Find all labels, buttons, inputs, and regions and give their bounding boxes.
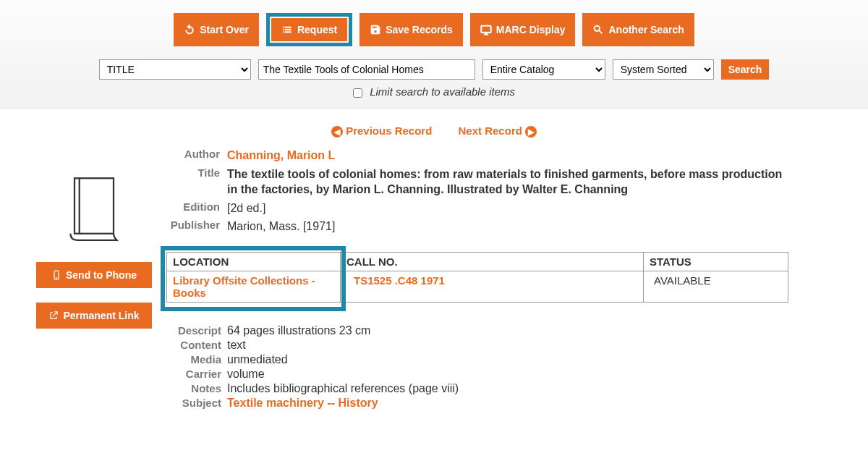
edition-label: Edition [166,200,227,216]
content-value: text [227,339,246,352]
request-button[interactable]: Request [271,18,347,41]
undo-icon [184,24,195,35]
toolbar-buttons: Start Over Request Save Records MARC Dis… [174,13,694,46]
chevron-right-icon: ▶ [525,126,537,138]
request-label: Request [297,24,337,35]
book-placeholder-icon [69,177,119,242]
chevron-left-icon: ◀ [331,126,343,138]
record-nav: ◀ Previous Record Next Record ▶ [0,109,868,148]
save-records-label: Save Records [386,24,453,35]
col-callno: CALL NO. [341,253,644,271]
record-edition: [2d ed.] [227,200,265,216]
holdings-table: LOCATION CALL NO. STATUS Library Offsite… [166,252,788,303]
media-value: unmediated [227,353,288,366]
limit-available-label: Limit search to available items [370,85,515,98]
media-label: Media [166,353,227,366]
record-publisher: Marion, Mass. [1971] [227,219,335,234]
search-icon [592,24,604,35]
limit-available-checkbox[interactable] [353,88,362,98]
another-search-label: Another Search [608,24,684,35]
col-status: STATUS [644,253,788,271]
start-over-button[interactable]: Start Over [174,13,259,46]
holdings-section: LOCATION CALL NO. STATUS Library Offsite… [166,252,788,303]
phone-icon [51,270,61,280]
send-to-phone-button[interactable]: Send to Phone [36,262,152,288]
record-detail: Author Channing, Marion L Title The text… [166,148,788,411]
record-title: The textile tools of colonial homes: fro… [227,166,788,198]
subject-label: Subject [166,397,227,410]
callno-link[interactable]: TS1525 .C48 1971 [346,274,445,287]
col-location: LOCATION [167,253,341,271]
content-label: Content [166,339,227,352]
description-block: Descript64 pages illustrations 23 cm Con… [166,324,788,410]
table-header-row: LOCATION CALL NO. STATUS [167,253,788,271]
next-record-link[interactable]: Next Record ▶ [459,124,537,137]
location-link[interactable]: Library Offsite Collections - Books [173,274,315,299]
list-icon [281,24,293,35]
svg-rect-0 [75,178,114,234]
search-button[interactable]: Search [721,59,770,80]
notes-label: Notes [166,382,227,395]
carrier-label: Carrier [166,368,227,381]
carrier-value: volume [227,368,265,381]
marc-display-label: MARC Display [496,24,566,35]
send-to-phone-label: Send to Phone [66,269,137,281]
main: Send to Phone Permanent Link Author Chan… [0,148,868,440]
marc-display-button[interactable]: MARC Display [470,13,576,46]
search-row: TITLE Entire Catalog System Sorted Searc… [0,59,868,80]
permanent-link-button[interactable]: Permanent Link [36,303,152,329]
save-records-button[interactable]: Save Records [359,13,463,46]
toolbar: Start Over Request Save Records MARC Dis… [0,0,868,109]
previous-record-link[interactable]: ◀ Previous Record [331,124,435,137]
monitor-icon [480,24,492,35]
search-query-input[interactable] [258,59,475,80]
table-row: Library Offsite Collections - Books TS15… [167,271,788,303]
subject-link[interactable]: Textile machinery -- History [227,397,378,409]
title-label: Title [166,166,227,198]
descript-value: 64 pages illustrations 23 cm [227,324,370,337]
status-value: AVAILABLE [644,271,788,303]
left-column: Send to Phone Permanent Link [22,148,166,411]
author-label: Author [166,148,227,164]
search-index-select[interactable]: TITLE [99,59,251,80]
save-icon [370,24,381,35]
notes-value: Includes bibliographical references (pag… [227,382,459,395]
external-link-icon [48,310,59,321]
publisher-label: Publisher [166,219,227,234]
limit-row: Limit search to available items [0,85,868,98]
request-highlight: Request [266,13,352,46]
another-search-button[interactable]: Another Search [582,13,694,46]
start-over-label: Start Over [200,24,249,35]
search-scope-select[interactable]: Entire Catalog [482,59,605,80]
search-sort-select[interactable]: System Sorted [613,59,714,80]
author-link[interactable]: Channing, Marion L [227,149,335,161]
permanent-link-label: Permanent Link [63,310,139,321]
descript-label: Descript [166,324,227,337]
